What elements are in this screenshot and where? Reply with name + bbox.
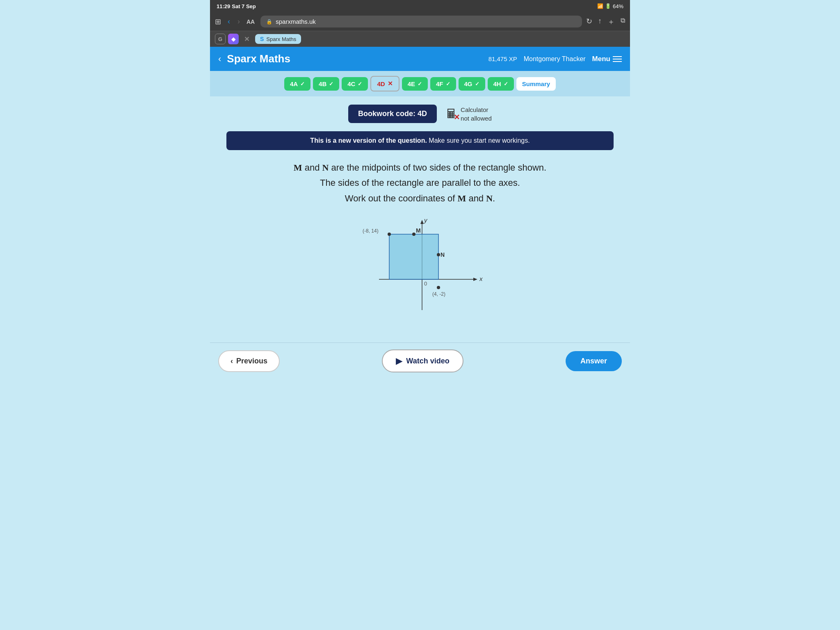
check-icon-4f: ✓: [446, 81, 450, 87]
question-text: M and N are the midpoints of two sides o…: [226, 160, 614, 206]
tab-4a-label: 4A: [290, 80, 298, 87]
check-icon-4a: ✓: [300, 81, 305, 87]
svg-text:y: y: [424, 217, 428, 224]
new-version-text: Make sure you start new workings.: [429, 137, 530, 144]
tab-title: Sparx Maths: [266, 36, 296, 42]
status-time: 11:29: [217, 3, 230, 9]
tab-icon-purple[interactable]: ◆: [228, 34, 239, 44]
svg-marker-2: [473, 278, 477, 281]
status-bar: 11:29 Sat 7 Sep 📶 🔋 64%: [210, 0, 630, 12]
tab-4h[interactable]: 4H ✓: [488, 77, 514, 91]
cross-icon-4d: ✕: [388, 80, 393, 87]
tab-4h-label: 4H: [493, 80, 501, 87]
tab-4g-label: 4G: [464, 80, 472, 87]
bottom-bar: ‹ Previous ▶ Watch video Answer: [210, 342, 630, 379]
svg-point-8: [388, 233, 391, 236]
tab-4b-label: 4B: [319, 80, 326, 87]
tab-4b[interactable]: 4B ✓: [313, 77, 339, 91]
svg-marker-3: [420, 220, 424, 224]
tab-4f[interactable]: 4F ✓: [430, 77, 456, 91]
app-title: Sparx Maths: [227, 52, 290, 65]
tab-summary[interactable]: Summary: [516, 77, 556, 91]
app-header: ‹ Sparx Maths 81,475 XP Montgomery Thack…: [210, 47, 630, 71]
url-text: sparxmaths.uk: [276, 18, 316, 25]
status-date: Sat 7 Sep: [232, 3, 256, 9]
svg-point-14: [437, 286, 440, 289]
new-version-banner: This is a new version of the question. M…: [226, 131, 614, 150]
address-bar[interactable]: 🔒 sparxmaths.uk: [260, 16, 582, 27]
svg-text:0: 0: [424, 281, 427, 287]
answer-label: Answer: [580, 357, 607, 365]
check-icon-4h: ✓: [504, 81, 508, 87]
check-icon-4g: ✓: [475, 81, 479, 87]
info-row: Bookwork code: 4D 🖩 ✕ Calculator not all…: [226, 105, 614, 123]
reload-icon[interactable]: ↻: [586, 17, 592, 27]
tab-close-icon[interactable]: ✕: [241, 34, 252, 44]
tab-icon-g[interactable]: G: [215, 34, 226, 44]
calculator-badge: 🖩 ✕ Calculator not allowed: [445, 105, 492, 123]
m-label-1: M: [294, 162, 302, 173]
coordinate-diagram: x y 0 (-8, 14) M N (4, -2): [354, 216, 486, 322]
svg-text:N: N: [441, 251, 445, 258]
check-icon-4e: ✓: [418, 81, 422, 87]
menu-label: Menu: [592, 55, 610, 63]
calculator-line2: not allowed: [461, 114, 492, 123]
calculator-icon: 🖩 ✕: [445, 107, 457, 121]
lock-icon: 🔒: [266, 19, 272, 25]
watch-video-button[interactable]: ▶ Watch video: [382, 349, 463, 372]
previous-label: Previous: [236, 357, 267, 365]
question-line3: Work out the coordinates of M and N.: [226, 191, 614, 206]
tab-4g[interactable]: 4G ✓: [459, 77, 485, 91]
previous-button[interactable]: ‹ Previous: [218, 350, 280, 372]
svg-rect-7: [389, 234, 438, 279]
xp-display: 81,475 XP: [488, 55, 517, 62]
aa-label[interactable]: AA: [247, 18, 255, 25]
video-play-icon: ▶: [396, 356, 402, 366]
share-icon[interactable]: ↑: [598, 17, 602, 27]
diagram-container: x y 0 (-8, 14) M N (4, -2): [226, 216, 614, 322]
check-icon-4c: ✓: [358, 81, 362, 87]
active-tab[interactable]: S Sparx Maths: [255, 34, 301, 44]
question-line1: M and N are the midpoints of two sides o…: [226, 160, 614, 175]
tab-4c[interactable]: 4C ✓: [342, 77, 368, 91]
tab-4e[interactable]: 4E ✓: [402, 77, 428, 91]
tabs-icon[interactable]: ⧉: [621, 17, 625, 27]
forward-nav-button[interactable]: ›: [235, 16, 242, 27]
tab-summary-label: Summary: [522, 80, 550, 87]
svg-point-12: [437, 253, 440, 256]
question-line2: The sides of the rectangle are parallel …: [226, 175, 614, 190]
app-back-button[interactable]: ‹: [218, 54, 221, 64]
tab-4f-label: 4F: [436, 80, 443, 87]
calculator-line1: Calculator: [461, 105, 492, 114]
m-label-2: M: [458, 193, 466, 203]
user-name: Montgomery Thacker: [524, 55, 586, 63]
svg-point-10: [412, 233, 415, 236]
tab-bar: G ◆ ✕ S Sparx Maths: [210, 31, 630, 47]
n-label-2: N: [486, 193, 493, 203]
battery-percent: 64%: [613, 3, 623, 9]
prev-chevron-icon: ‹: [231, 357, 233, 365]
svg-text:M: M: [416, 227, 421, 234]
check-icon-4b: ✓: [329, 81, 333, 87]
bookwork-code: Bookwork code: 4D: [348, 105, 437, 123]
tab-4d[interactable]: 4D ✕: [370, 76, 399, 91]
new-version-bold: This is a new version of the question.: [310, 137, 427, 144]
tab-4c-label: 4C: [347, 80, 355, 87]
svg-text:(4, -2): (4, -2): [432, 291, 445, 297]
menu-button[interactable]: Menu: [592, 55, 622, 63]
n-label-1: N: [322, 162, 329, 173]
tab-4d-label: 4D: [377, 80, 385, 87]
tab-4e-label: 4E: [408, 80, 415, 87]
tab-4a[interactable]: 4A ✓: [284, 77, 310, 91]
sidebar-toggle-icon[interactable]: ⊞: [215, 17, 221, 26]
browser-chrome: ⊞ ‹ › AA 🔒 sparxmaths.uk ↻ ↑ ＋ ⧉: [210, 12, 630, 31]
calculator-cross-icon: ✕: [454, 113, 460, 122]
answer-button[interactable]: Answer: [566, 351, 622, 371]
hamburger-icon: [613, 56, 622, 62]
add-tab-icon[interactable]: ＋: [607, 17, 615, 27]
watch-video-label: Watch video: [406, 357, 449, 365]
back-nav-button[interactable]: ‹: [225, 16, 233, 27]
task-tabs: 4A ✓ 4B ✓ 4C ✓ 4D ✕ 4E ✓ 4F ✓ 4G ✓ 4H ✓ …: [210, 71, 630, 96]
wifi-icon: 📶: [597, 3, 603, 9]
sparx-favicon: S: [260, 36, 264, 42]
